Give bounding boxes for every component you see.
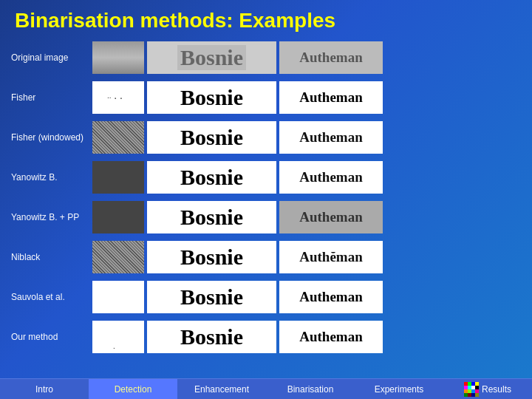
nav-item-binarisation[interactable]: Binarisation xyxy=(266,379,355,399)
sauvola-autheman-image: Autheman xyxy=(279,281,383,313)
fisher-windowed-small-image xyxy=(92,121,144,154)
row-our-method: Our method . Bosnie Autheman xyxy=(11,318,521,356)
niblack-autheman-image: Authĕman xyxy=(279,241,383,273)
nav-item-intro[interactable]: Intro xyxy=(0,379,89,399)
yanowitz-pp-autheman-image: Autheman xyxy=(279,201,383,233)
row-sauvola: Sauvola et al. Bosnie Autheman xyxy=(11,278,521,316)
row-label-yanowitz: Yanowitz B. xyxy=(11,172,92,183)
our-method-small-image: . xyxy=(92,321,144,353)
yanowitz-bosnie-image: Bosnie xyxy=(147,161,276,194)
orig-bosnie-image: Bosnie xyxy=(147,41,276,74)
row-fisher-windowed: Fisher (windowed) Bosnie Autheman xyxy=(11,118,521,157)
yanowitz-autheman-image: Autheman xyxy=(279,161,383,194)
images-yanowitz-pp: Bosnie Autheman xyxy=(92,201,383,233)
sauvola-bosnie-image: Bosnie xyxy=(147,281,276,313)
nav-item-results[interactable]: Results xyxy=(443,379,532,399)
row-original: Original image Bosnie Autheman xyxy=(11,38,521,77)
orig-small-image xyxy=(92,41,144,74)
yanowitz-pp-small-image xyxy=(92,201,144,233)
row-label-fisher-windowed: Fisher (windowed) xyxy=(11,132,92,143)
images-our-method: . Bosnie Autheman xyxy=(92,321,383,353)
yanowitz-pp-bosnie-image: Bosnie xyxy=(147,201,276,233)
niblack-small-image xyxy=(92,241,144,273)
fisher-bosnie-image: Bosnie xyxy=(147,81,276,114)
methods-list: Original image Bosnie Autheman Fisher · … xyxy=(0,38,532,356)
nav-item-experiments[interactable]: Experiments xyxy=(355,379,443,399)
images-fisher-windowed: Bosnie Autheman xyxy=(92,121,383,154)
row-yanowitz-pp: Yanowitz B. + PP Bosnie Autheman xyxy=(11,198,521,236)
color-grid-icon xyxy=(464,382,479,397)
orig-autheman-image: Autheman xyxy=(279,41,383,74)
our-method-bosnie-image: Bosnie xyxy=(147,321,276,353)
our-method-autheman-image: Autheman xyxy=(279,321,383,353)
fisher-windowed-bosnie-image: Bosnie xyxy=(147,121,276,154)
nav-item-detection[interactable]: Detection xyxy=(89,379,177,399)
row-fisher: Fisher · · Bosnie Autheman xyxy=(11,78,521,117)
fisher-windowed-autheman-image: Autheman xyxy=(279,121,383,154)
sauvola-small-image xyxy=(92,281,144,313)
row-label-sauvola: Sauvola et al. xyxy=(11,292,92,302)
nav-item-enhancement[interactable]: Enhancement xyxy=(177,379,266,399)
row-yanowitz: Yanowitz B. Bosnie Autheman xyxy=(11,158,521,197)
fisher-autheman-image: Autheman xyxy=(279,81,383,114)
row-label-original: Original image xyxy=(11,52,92,63)
fisher-small-image: · · xyxy=(92,81,144,114)
row-niblack: Niblack Bosnie Authĕman xyxy=(11,238,521,276)
bottom-nav: Intro Detection Enhancement Binarisation… xyxy=(0,378,532,399)
images-yanowitz: Bosnie Autheman xyxy=(92,161,383,194)
row-label-yanowitz-pp: Yanowitz B. + PP xyxy=(11,212,92,222)
row-label-fisher: Fisher xyxy=(11,92,92,103)
yanowitz-small-image xyxy=(92,161,144,194)
row-label-niblack: Niblack xyxy=(11,252,92,262)
images-niblack: Bosnie Authĕman xyxy=(92,241,383,273)
row-label-our-method: Our method xyxy=(11,332,92,342)
images-original: Bosnie Autheman xyxy=(92,41,383,74)
images-sauvola: Bosnie Autheman xyxy=(92,281,383,313)
niblack-bosnie-image: Bosnie xyxy=(147,241,276,273)
images-fisher: · · Bosnie Autheman xyxy=(92,81,383,114)
page-title: Binarisation methods: Examples xyxy=(0,0,532,38)
